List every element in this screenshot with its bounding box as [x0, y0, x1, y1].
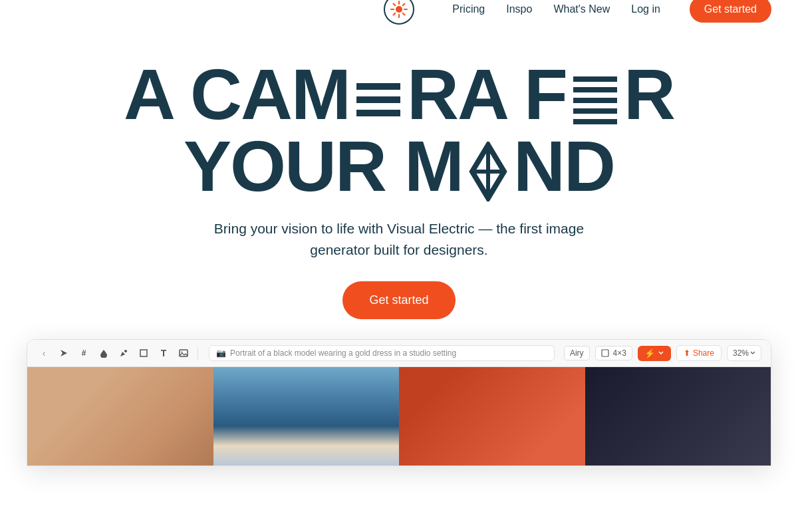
nav-link-inspo[interactable]: Inspo [506, 3, 532, 15]
canvas-image-1 [27, 367, 213, 466]
svg-point-26 [182, 352, 183, 353]
nav-link-pricing[interactable]: Pricing [452, 3, 485, 15]
drop-tool-icon[interactable] [96, 346, 111, 360]
share-icon: ⬆ [684, 348, 690, 358]
app-mockup: ‹ # T 📷 Portrait of a black model wearin… [27, 339, 771, 466]
canvas-image-3 [399, 367, 585, 466]
camera-icon: 📷 [216, 348, 226, 358]
ratio-badge[interactable]: 4×3 [595, 346, 632, 360]
nav-link-login[interactable]: Log in [631, 3, 660, 15]
toolbar-divider [198, 347, 198, 359]
svg-line-7 [403, 4, 405, 6]
app-canvas [27, 367, 771, 466]
svg-line-6 [403, 13, 405, 15]
canvas-image-2 [213, 367, 400, 466]
svg-rect-13 [573, 87, 617, 92]
arrow-tool-icon[interactable] [57, 346, 71, 360]
back-icon[interactable]: ‹ [37, 346, 51, 360]
image-tool-icon[interactable] [176, 346, 191, 360]
ratio-label: 4×3 [613, 348, 626, 358]
svg-rect-12 [573, 76, 617, 82]
svg-rect-16 [573, 119, 617, 124]
hero-section: A CAM RA F R YOUR M ND Bring your visio [0, 19, 798, 339]
model-badge[interactable]: Airy [564, 346, 590, 360]
zoom-control[interactable]: 32% [727, 345, 761, 361]
svg-rect-9 [356, 83, 400, 90]
canvas-image-4 [585, 367, 771, 466]
svg-rect-27 [602, 350, 608, 356]
svg-rect-11 [356, 110, 400, 116]
rect-tool-icon[interactable] [136, 346, 151, 360]
zoom-value: 32% [733, 348, 749, 358]
svg-line-5 [394, 4, 396, 6]
nav-right: Pricing Inspo What's New Log in Get star… [452, 0, 771, 23]
svg-point-23 [124, 350, 127, 352]
hero-subtitle: Bring your vision to life with Visual El… [213, 218, 585, 260]
text-tool-icon[interactable]: T [156, 346, 171, 360]
svg-point-0 [396, 6, 402, 13]
lightning-icon: ⚡ [644, 348, 655, 358]
prompt-input[interactable]: 📷 Portrait of a black model wearing a go… [209, 345, 555, 361]
svg-rect-14 [573, 98, 617, 103]
hash-tool-icon[interactable]: # [76, 346, 91, 360]
svg-rect-10 [356, 96, 400, 103]
prompt-text: Portrait of a black model wearing a gold… [230, 348, 456, 358]
logo[interactable] [384, 0, 414, 25]
generate-button[interactable]: ⚡ [638, 346, 671, 361]
navbar: Pricing Inspo What's New Log in Get star… [0, 0, 798, 19]
svg-line-8 [394, 13, 396, 15]
svg-rect-25 [180, 350, 188, 356]
svg-rect-24 [140, 350, 147, 356]
svg-rect-15 [573, 108, 617, 114]
model-label: Airy [570, 348, 584, 358]
share-button[interactable]: ⬆ Share [676, 345, 722, 361]
share-label: Share [693, 348, 714, 358]
nav-get-started-button[interactable]: Get started [690, 0, 771, 23]
hero-title: A CAM RA F R YOUR M ND [13, 59, 785, 202]
nav-links: Pricing Inspo What's New Log in [452, 3, 660, 15]
hero-title-line2: YOUR M ND [13, 130, 785, 202]
nav-link-whats-new[interactable]: What's New [553, 3, 610, 15]
hero-get-started-button[interactable]: Get started [342, 281, 455, 319]
pen-tool-icon[interactable] [116, 346, 131, 360]
hero-title-line1: A CAM RA F R [13, 59, 785, 130]
app-toolbar: ‹ # T 📷 Portrait of a black model wearin… [27, 340, 771, 367]
svg-marker-22 [61, 350, 67, 356]
